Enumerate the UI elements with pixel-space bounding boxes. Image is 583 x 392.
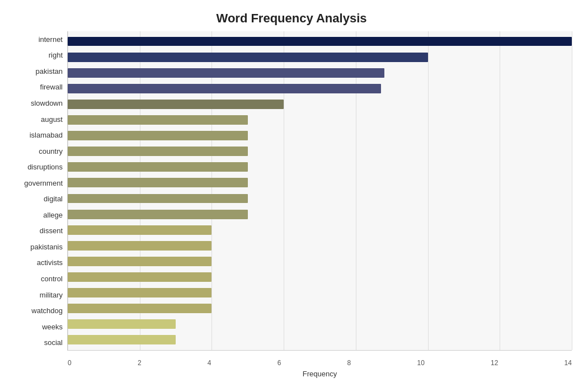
bar xyxy=(68,272,211,282)
bar-row xyxy=(68,34,572,49)
x-axis-title: Frequency xyxy=(68,370,572,378)
bar xyxy=(68,288,211,297)
x-tick: 2 xyxy=(138,359,142,367)
bar-row xyxy=(68,128,572,144)
y-label: august xyxy=(41,116,63,123)
x-tick: 12 xyxy=(491,359,498,367)
bar xyxy=(68,210,248,219)
y-label: military xyxy=(40,291,63,299)
bar-row xyxy=(68,332,572,348)
chart-area: internetrightpakistanfirewallslowdownaug… xyxy=(11,31,572,351)
bar-row xyxy=(68,301,572,317)
bar-row xyxy=(68,96,572,112)
bar xyxy=(68,100,284,109)
y-label: watchdog xyxy=(31,307,63,314)
bar-row xyxy=(68,175,572,191)
chart-container: Word Frequency Analysis internetrightpak… xyxy=(0,0,583,392)
bar xyxy=(68,162,248,172)
bar-row xyxy=(68,269,572,285)
bar xyxy=(68,147,248,156)
y-label: islamabad xyxy=(30,131,63,139)
bar xyxy=(68,84,381,93)
bar xyxy=(68,225,211,235)
bar-row xyxy=(68,191,572,206)
bar-row xyxy=(68,317,572,332)
bar-row xyxy=(68,238,572,253)
bar xyxy=(68,131,248,140)
bar-row xyxy=(68,144,572,159)
bar xyxy=(68,115,248,125)
bar xyxy=(68,194,248,204)
x-tick: 6 xyxy=(278,359,281,367)
y-label: firewall xyxy=(40,83,63,91)
bar-row xyxy=(68,81,572,96)
bar xyxy=(68,319,176,329)
y-label: allege xyxy=(43,211,63,219)
chart-title: Word Frequency Analysis xyxy=(11,11,572,26)
bar xyxy=(68,257,211,266)
bar-row xyxy=(68,112,572,127)
y-label: internet xyxy=(39,36,63,43)
x-tick: 8 xyxy=(347,359,351,367)
y-label: slowdown xyxy=(31,100,63,107)
y-label: weeks xyxy=(42,323,63,330)
y-label: right xyxy=(49,51,63,59)
bar xyxy=(68,68,384,78)
bar-row xyxy=(68,159,572,175)
y-label: activists xyxy=(37,259,63,266)
y-label: country xyxy=(39,148,63,155)
plot-area: 02468101214 Frequency xyxy=(67,31,572,351)
x-tick: 4 xyxy=(208,359,211,367)
y-label: social xyxy=(44,339,63,346)
bar xyxy=(68,37,572,46)
x-axis-labels: 02468101214 xyxy=(68,359,572,367)
bar-row xyxy=(68,285,572,301)
bar-row xyxy=(68,206,572,222)
bar xyxy=(68,241,211,251)
y-label: digital xyxy=(44,195,63,202)
y-label: government xyxy=(24,180,63,187)
y-label: disruptions xyxy=(27,163,63,171)
x-tick: 0 xyxy=(68,359,72,367)
bar-row xyxy=(68,253,572,269)
y-axis-labels: internetrightpakistanfirewallslowdownaug… xyxy=(11,31,67,351)
x-tick: 14 xyxy=(565,359,572,367)
y-label: control xyxy=(41,275,63,282)
bar-row xyxy=(68,49,572,65)
grid-line xyxy=(572,31,572,350)
bar xyxy=(68,53,428,62)
x-tick: 10 xyxy=(417,359,424,367)
bar xyxy=(68,304,211,313)
bar xyxy=(68,178,248,187)
y-label: dissent xyxy=(40,227,63,234)
bar-row xyxy=(68,65,572,81)
bar-row xyxy=(68,222,572,238)
y-label: pakistan xyxy=(36,68,63,75)
bar xyxy=(68,335,176,344)
bars-wrapper xyxy=(68,31,572,350)
y-label: pakistanis xyxy=(30,243,63,251)
